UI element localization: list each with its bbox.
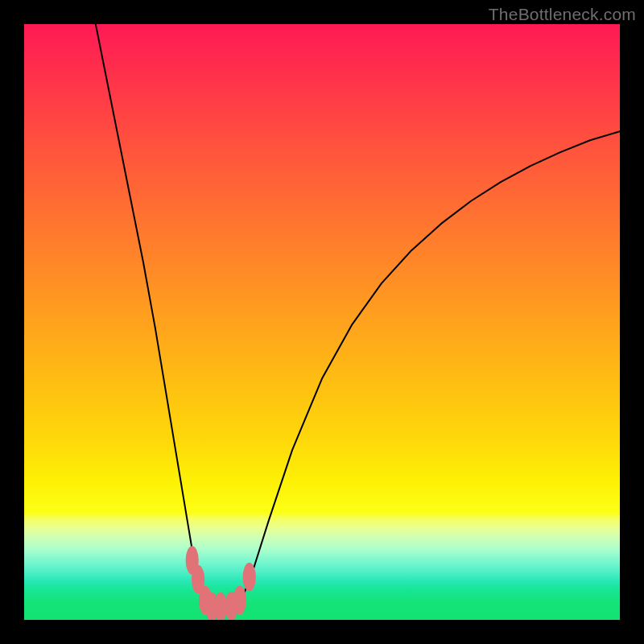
watermark-text: TheBottleneck.com: [489, 5, 636, 24]
marker-right-upper: [243, 563, 256, 592]
chart-frame: [24, 24, 620, 620]
marker-right-low: [233, 586, 246, 615]
chart-svg: [24, 24, 620, 620]
